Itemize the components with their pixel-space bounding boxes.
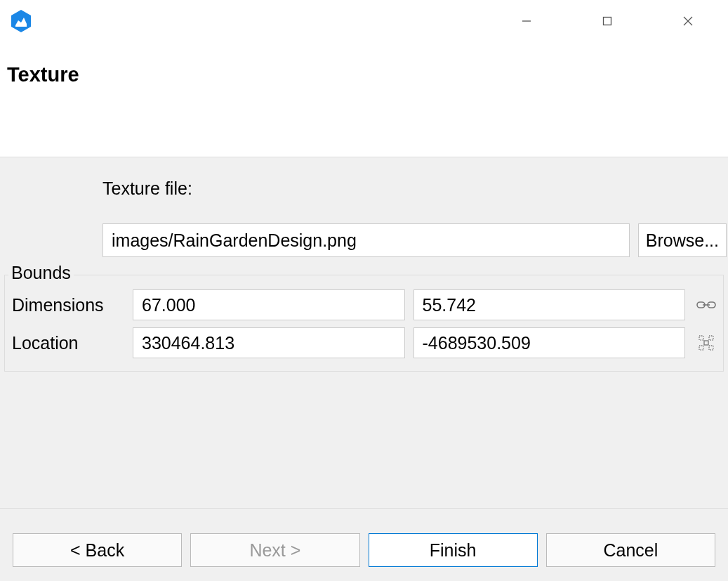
location-x-input[interactable] <box>133 327 405 358</box>
finish-button[interactable]: Finish <box>369 533 538 567</box>
svg-rect-9 <box>709 336 713 340</box>
bounds-fieldset: Bounds Dimensions Lo <box>4 275 724 372</box>
link-dimensions-button[interactable] <box>694 292 719 318</box>
svg-rect-8 <box>699 336 703 340</box>
window-controls <box>486 0 728 42</box>
titlebar <box>0 0 728 42</box>
svg-rect-11 <box>709 346 713 350</box>
page-title: Texture <box>7 63 721 86</box>
browse-button[interactable]: Browse... <box>638 223 727 257</box>
footer-buttons: < Back Next > Finish Cancel <box>0 509 728 581</box>
app-icon <box>8 8 34 34</box>
dimensions-width-input[interactable] <box>133 289 405 320</box>
svg-rect-10 <box>699 346 703 350</box>
texture-file-label: Texture file: <box>102 178 728 199</box>
center-location-button[interactable] <box>694 330 719 355</box>
cancel-button[interactable]: Cancel <box>546 533 715 567</box>
location-y-input[interactable] <box>413 327 686 358</box>
svg-marker-0 <box>11 10 31 32</box>
back-button[interactable]: < Back <box>13 533 182 567</box>
svg-rect-2 <box>603 18 611 25</box>
close-button[interactable] <box>647 0 728 42</box>
header-section: Texture <box>0 42 728 157</box>
svg-rect-12 <box>704 341 708 345</box>
bounds-legend: Bounds <box>8 263 74 283</box>
dimensions-label: Dimensions <box>12 295 124 315</box>
content-area: Texture file: Browse... Bounds Dimension… <box>0 157 728 508</box>
texture-file-input[interactable] <box>102 223 630 257</box>
minimize-button[interactable] <box>486 0 567 42</box>
next-button: Next > <box>190 533 359 567</box>
location-label: Location <box>12 333 124 353</box>
maximize-button[interactable] <box>567 0 647 42</box>
dimensions-height-input[interactable] <box>413 289 686 320</box>
